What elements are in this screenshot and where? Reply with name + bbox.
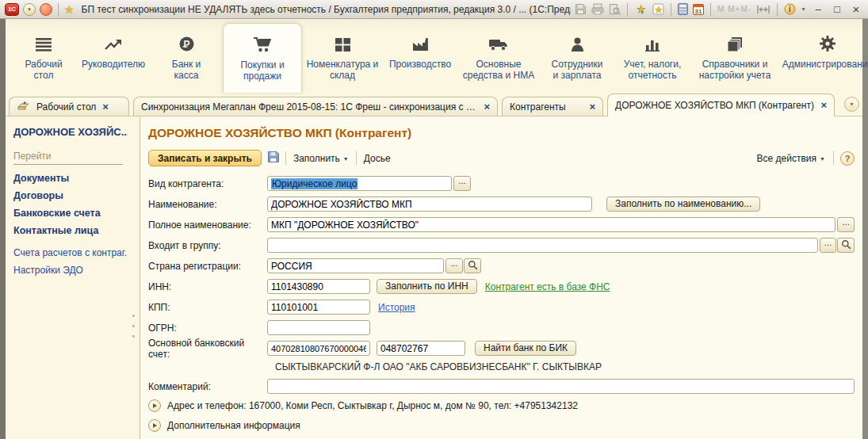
bank-account-input[interactable] (267, 341, 370, 356)
country-input[interactable] (267, 258, 444, 273)
trend-icon (105, 32, 122, 52)
ribbon-item-fixed-assets[interactable]: Основные средства и НМА (457, 23, 540, 93)
svg-text:★: ★ (655, 5, 663, 14)
print-preview-icon[interactable] (609, 3, 621, 15)
ribbon-item-references[interactable]: Справочники и настройки учета (690, 23, 779, 93)
kind-field[interactable]: Юридическое лицо (267, 176, 452, 191)
help-button[interactable]: ? (840, 151, 855, 166)
form-toolbar: Записать и закрыть Заполнить▼ Досье Все … (148, 150, 855, 166)
print-icon[interactable] (591, 3, 604, 15)
ogrn-input[interactable] (267, 320, 370, 335)
bank-name-text: СЫКТЫВКАРСКИЙ Ф-Л ОАО "АКБ САРОВБИЗНЕСБА… (275, 361, 855, 372)
tab-close-icon[interactable]: × (484, 102, 490, 112)
kind-choose-button[interactable]: ... (453, 176, 471, 191)
divider (285, 151, 286, 165)
close-button[interactable]: × (849, 2, 863, 17)
kind-label: Вид контрагента: (148, 178, 267, 189)
country-search-button[interactable] (464, 258, 481, 273)
expand-button[interactable] (148, 419, 161, 432)
name-input[interactable] (267, 197, 592, 212)
tab-sync-megaplan[interactable]: Синхронизация Мегаплан Фреш 2015-08-15: … (133, 97, 498, 116)
inn-input[interactable] (267, 279, 370, 294)
person-icon (571, 32, 584, 52)
group-input[interactable] (267, 238, 818, 253)
service-circle-button[interactable] (40, 3, 52, 16)
tab-counterparties[interactable]: Контрагенты × (502, 97, 603, 116)
tab-desktop[interactable]: Рабочий стол × (9, 97, 129, 116)
tab-counterparty-card[interactable]: ДОРОЖНОЕ ХОЗЯЙСТВО МКП (Контрагент) × (607, 94, 835, 116)
tab-close-icon[interactable]: × (589, 102, 595, 112)
ribbon-item-nomenclature[interactable]: Номенклатура и склад (302, 23, 383, 93)
factory-icon (412, 32, 429, 52)
svg-text:Р: Р (183, 39, 189, 50)
function-ribbon: Рабочий стол Руководителю Р Банк и касса… (6, 19, 862, 93)
find-bank-by-bik-button[interactable]: Найти банк по БИК (475, 341, 576, 356)
sidebar-item-edo-settings[interactable]: Настройки ЭДО (13, 261, 124, 279)
tab-close-icon[interactable]: × (820, 101, 827, 110)
calc-memory-indicator: М М+М- (717, 5, 751, 13)
bank-account-label: Основной банковский счет: (148, 338, 267, 360)
fns-status-link[interactable]: Контрагент есть в базе ФНС (485, 281, 610, 292)
info-dropdown-icon[interactable]: ▼ (801, 6, 806, 12)
fill-by-inn-button[interactable]: Заполнить по ИНН (377, 279, 477, 294)
add-to-favorites-icon[interactable]: ★ (634, 3, 648, 15)
kpp-input[interactable] (267, 300, 370, 315)
fill-menu-button[interactable]: Заполнить▼ (292, 152, 350, 165)
navigation-sidebar: ДОРОЖНОЕ ХОЗЯЙС... Перейти Документы Дог… (6, 116, 128, 439)
kpp-history-link[interactable]: История (378, 302, 415, 313)
field-row-bank-account: Основной банковский счет: Найти банк по … (148, 341, 855, 356)
title-bar: 1С ▼ ★ БП тест синхронизации НЕ УДАЛЯТЬ … (0, 0, 868, 19)
main-menu-button[interactable]: ▼ (23, 3, 36, 16)
country-choose-button[interactable]: ... (445, 258, 463, 273)
ribbon-item-purchases-sales[interactable]: Покупки и продажи (223, 23, 302, 93)
save-icon[interactable] (575, 3, 587, 15)
fill-by-name-button[interactable]: Заполнить по наименованию... (606, 197, 760, 212)
full-name-choose-button[interactable]: ... (837, 217, 855, 232)
bik-input[interactable] (377, 341, 465, 356)
save-and-close-button[interactable]: Записать и закрыть (148, 150, 262, 166)
sidebar-splitter[interactable] (128, 116, 140, 439)
divider (58, 3, 59, 16)
splitter-grip-icon (132, 315, 135, 345)
form-title: ДОРОЖНОЕ ХОЗЯЙСТВО МКП (Контрагент) (148, 126, 855, 140)
sidebar-item-contact-persons[interactable]: Контактные лица (13, 222, 124, 239)
ribbon-item-manager[interactable]: Руководителю (77, 23, 150, 93)
arrow-right-icon (153, 403, 157, 408)
resize-width-icon[interactable] (756, 5, 770, 14)
minimize-button[interactable]: – (811, 2, 825, 17)
group-choose-button[interactable]: ... (820, 238, 837, 253)
onec-logo-icon: 1С (5, 3, 19, 16)
ribbon-item-bank[interactable]: Р Банк и касса (150, 23, 223, 93)
sidebar-item-bank-accounts[interactable]: Банковские счета (13, 204, 124, 222)
ribbon-item-desktop[interactable]: Рабочий стол (10, 23, 77, 93)
calculator-icon[interactable] (678, 3, 688, 15)
sidebar-item-documents[interactable]: Документы (13, 170, 124, 187)
info-icon[interactable]: i (784, 3, 796, 15)
ribbon-item-employees[interactable]: Сотрудники и зарплата (540, 23, 614, 93)
group-search-button[interactable] (837, 238, 855, 253)
sidebar-item-settlement-accounts[interactable]: Счета расчетов с контраг... (13, 244, 124, 261)
field-row-country: Страна регистрации: ... (148, 258, 855, 273)
divider (833, 151, 834, 165)
favorites-list-icon[interactable]: ★ (652, 3, 664, 15)
tabs-overflow-button[interactable]: ▼ (844, 97, 859, 112)
comment-input[interactable] (267, 379, 855, 394)
calendar-icon[interactable]: 31 (693, 3, 704, 15)
chevron-down-icon: ▼ (343, 156, 349, 162)
svg-text:★: ★ (637, 3, 646, 15)
sidebar-item-contracts[interactable]: Договоры (13, 187, 124, 204)
full-name-input[interactable] (267, 217, 835, 232)
ribbon-item-production[interactable]: Производство (383, 23, 457, 93)
ribbon-item-accounting[interactable]: Учет, налоги, отчетность (614, 23, 690, 93)
open-windows-tabbar: Рабочий стол × Синхронизация Мегаплан Фр… (6, 93, 862, 116)
comment-label: Комментарий: (148, 381, 267, 392)
save-floppy-icon[interactable] (267, 151, 280, 166)
favorites-star-icon[interactable]: ★ (64, 3, 75, 16)
dossier-button[interactable]: Досье (362, 152, 392, 165)
ribbon-item-administration[interactable]: Администрирование (779, 23, 868, 93)
onec-window: 1С ▼ ★ БП тест синхронизации НЕ УДАЛЯТЬ … (0, 0, 868, 439)
expand-button[interactable] (148, 399, 161, 412)
maximize-button[interactable]: □ (830, 2, 844, 17)
tab-close-icon[interactable]: × (102, 102, 109, 112)
all-actions-button[interactable]: Все действия▼ (755, 152, 827, 165)
